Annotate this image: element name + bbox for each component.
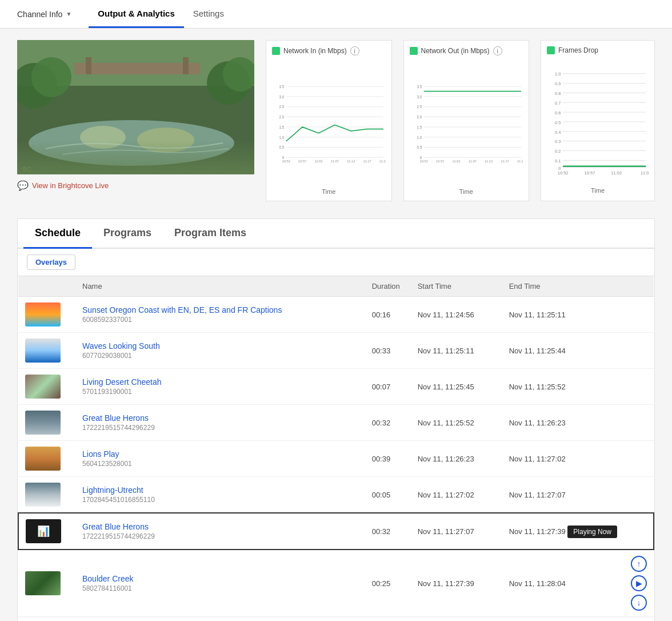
svg-text:BC: BC xyxy=(23,166,31,173)
row-duration: 00:32 xyxy=(365,405,411,441)
frames-drop-header: Frames Drop xyxy=(547,46,649,54)
row-item-id: 1702845451016855110 xyxy=(82,496,358,504)
row-item-name[interactable]: Great Blue Herons xyxy=(82,522,358,531)
row-thumb-cell xyxy=(18,550,75,617)
svg-text:3.0: 3.0 xyxy=(279,95,284,99)
svg-text:0.5: 0.5 xyxy=(555,120,561,125)
frames-drop-label: Frames Drop xyxy=(558,46,598,54)
tab-program-items[interactable]: Program Items xyxy=(163,219,258,249)
table-row: Sunset Oregon Coast with EN, DE, ES and … xyxy=(18,617,654,622)
row-end-time: Nov 11, 11:25:11 xyxy=(502,297,624,333)
svg-text:11:12: 11:12 xyxy=(347,160,355,163)
table-row: Boulder Creek 5802784116001 00:25Nov 11,… xyxy=(18,550,654,617)
row-thumbnail xyxy=(25,447,61,471)
row-item-id: 5701193190001 xyxy=(82,388,358,396)
row-thumb-cell xyxy=(18,441,75,477)
row-name-cell: Great Blue Herons 1722219515744296229 xyxy=(75,513,365,550)
row-end-time: Nov 11, 11:27:07 xyxy=(502,477,624,513)
row-item-id: 6008592337001 xyxy=(82,316,358,324)
row-end-time: Nov 11, 11:28:04 xyxy=(502,550,624,617)
row-thumbnail xyxy=(25,339,61,363)
network-out-chart: Network Out (in Mbps) i xyxy=(403,40,530,201)
row-start-time: Nov 11, 11:27:02 xyxy=(411,477,502,513)
top-navigation: Channel Info ▼ Output & Analytics Settin… xyxy=(0,0,672,29)
frames-drop-svg: 1.0 0.9 0.8 0.7 0.6 0.5 0.4 0.3 0.2 0.1 … xyxy=(547,59,649,185)
row-item-name[interactable]: Great Blue Herons xyxy=(82,413,358,423)
row-end-time: Nov 11, 11:26:23 xyxy=(502,405,624,441)
svg-text:2.0: 2.0 xyxy=(417,115,422,119)
svg-text:2.0: 2.0 xyxy=(279,115,284,119)
row-actions xyxy=(624,333,654,369)
row-start-time: Nov 11, 11:28:04 xyxy=(411,617,502,622)
schedule-tabs: Schedule Programs Program Items xyxy=(18,219,654,249)
tab-output-analytics[interactable]: Output & Analytics xyxy=(89,1,183,28)
svg-text:11:07: 11:07 xyxy=(468,160,476,163)
svg-text:11:17: 11:17 xyxy=(363,160,371,163)
row-thumbnail xyxy=(25,483,61,507)
svg-text:0.1: 0.1 xyxy=(555,158,561,164)
svg-text:10:57: 10:57 xyxy=(298,160,306,163)
channel-info-section[interactable]: Channel Info ▼ xyxy=(17,10,71,19)
charts-area: Network In (in Mbps) i xyxy=(266,40,655,201)
row-thumb-cell xyxy=(18,333,75,369)
svg-text:0.2: 0.2 xyxy=(555,149,561,154)
svg-text:0.3: 0.3 xyxy=(555,139,561,144)
network-in-axis-label: Time xyxy=(272,188,386,195)
network-in-info-icon[interactable]: i xyxy=(350,46,359,55)
svg-text:2.5: 2.5 xyxy=(417,105,422,109)
row-item-name[interactable]: Living Desert Cheetah xyxy=(82,377,358,387)
row-item-id: 5802784116001 xyxy=(82,584,358,592)
svg-text:2.5: 2.5 xyxy=(279,105,284,109)
svg-point-6 xyxy=(80,126,126,149)
tab-programs[interactable]: Programs xyxy=(92,219,163,249)
tab-settings[interactable]: Settings xyxy=(184,1,233,28)
svg-text:0.5: 0.5 xyxy=(417,145,422,149)
row-actions xyxy=(624,441,654,477)
row-thumb-cell: 📊 xyxy=(18,513,75,550)
row-item-name[interactable]: Sunset Oregon Coast with EN, DE, ES and … xyxy=(82,305,358,315)
play-button[interactable]: ▶ xyxy=(631,575,647,591)
svg-text:0: 0 xyxy=(282,156,285,160)
svg-text:11:22: 11:22 xyxy=(379,160,386,163)
svg-text:11:02: 11:02 xyxy=(452,160,460,163)
row-name-cell: Boulder Creek 5802784116001 xyxy=(75,550,365,617)
row-duration: 00:05 xyxy=(365,477,411,513)
network-out-svg: 3.5 3.0 2.5 2.0 1.5 1.0 0.5 0 10:52 10:5… xyxy=(410,60,523,186)
network-out-info-icon[interactable]: i xyxy=(493,46,502,55)
tab-schedule[interactable]: Schedule xyxy=(23,219,92,249)
overlays-button[interactable]: Overlays xyxy=(27,254,75,270)
svg-text:11:07: 11:07 xyxy=(331,160,339,163)
view-in-brightcove-link[interactable]: 💬 View in Brightcove Live xyxy=(17,180,254,191)
network-out-chart-area: 3.5 3.0 2.5 2.0 1.5 1.0 0.5 0 10:52 10:5… xyxy=(410,60,523,186)
preview-area: BC 💬 View in Brightcove Live xyxy=(17,40,254,191)
row-actions: ↑ ▶ ↓ xyxy=(624,550,654,617)
row-duration: 00:32 xyxy=(365,513,411,550)
table-row: Waves Looking South 6077029038001 00:33N… xyxy=(18,333,654,369)
row-name-cell: Lightning-Utrecht 1702845451016855110 xyxy=(75,477,365,513)
row-start-time: Nov 11, 11:25:11 xyxy=(411,333,502,369)
row-end-time: Nov 11, 11:25:52 xyxy=(502,369,624,405)
move-down-button[interactable]: ↓ xyxy=(631,595,647,611)
schedule-table: Name Duration Start Time End Time Sunset… xyxy=(18,276,654,621)
row-thumb-cell xyxy=(18,369,75,405)
row-item-id: 1722219515744296229 xyxy=(82,532,358,540)
channel-dropdown-icon[interactable]: ▼ xyxy=(66,11,71,17)
row-start-time: Nov 11, 11:27:07 xyxy=(411,513,502,550)
external-link-icon: 💬 xyxy=(17,180,29,191)
svg-text:1.0: 1.0 xyxy=(417,136,422,140)
row-name-cell: Great Blue Herons 1722219515744296229 xyxy=(75,405,365,441)
row-thumbnail xyxy=(25,411,61,435)
network-in-label: Network In (in Mbps) xyxy=(283,47,347,55)
row-item-name[interactable]: Lions Play xyxy=(82,449,358,459)
row-item-name[interactable]: Waves Looking South xyxy=(82,341,358,351)
row-item-name[interactable]: Lightning-Utrecht xyxy=(82,485,358,495)
row-item-id: 1722219515744296229 xyxy=(82,424,358,432)
svg-text:0.6: 0.6 xyxy=(555,110,561,116)
move-up-button[interactable]: ↑ xyxy=(631,556,647,572)
top-section: BC 💬 View in Brightcove Live Network In … xyxy=(17,40,655,201)
row-item-name[interactable]: Boulder Creek xyxy=(82,574,358,583)
row-item-id: 5604123528001 xyxy=(82,460,358,468)
svg-text:10:57: 10:57 xyxy=(436,160,444,163)
svg-text:0.8: 0.8 xyxy=(555,91,561,96)
svg-text:11:12: 11:12 xyxy=(485,160,493,163)
